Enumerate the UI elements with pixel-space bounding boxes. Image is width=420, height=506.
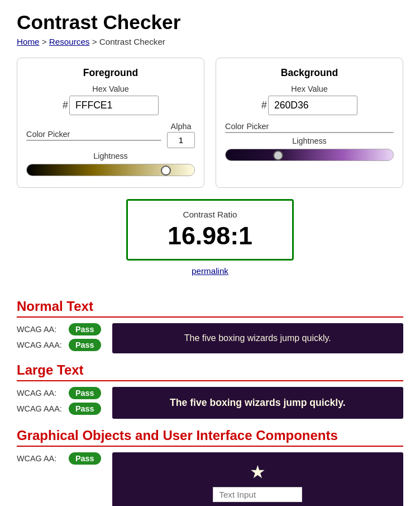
normal-wcag-aa-row: WCAG AA: Pass xyxy=(17,323,101,335)
foreground-panel: Foreground Hex Value # Color Picker Alph… xyxy=(17,58,204,188)
foreground-hash: # xyxy=(63,100,68,111)
normal-text-badges: WCAG AA: Pass WCAG AAA: Pass xyxy=(17,323,101,351)
foreground-lightness-label: Lightness xyxy=(26,152,195,160)
foreground-lightness-slider-wrap xyxy=(26,164,195,178)
contrast-box: Contrast Ratio 16.98:1 xyxy=(126,199,294,261)
foreground-alpha-input[interactable] xyxy=(167,132,195,148)
graphical-text-input[interactable] xyxy=(213,487,302,502)
graphical-wcag-aa-row: WCAG AA: Pass xyxy=(17,452,101,465)
breadcrumb-resources[interactable]: Resources xyxy=(49,37,90,46)
graphical-wcag-aa-badge: Pass xyxy=(69,452,101,465)
graphical-wcag-aa-label: WCAG AA: xyxy=(17,454,64,463)
background-lightness-label: Lightness xyxy=(225,136,394,145)
foreground-lightness-slider[interactable] xyxy=(26,164,195,176)
foreground-alpha-label: Alpha xyxy=(171,122,192,131)
graphical-wcag-row: WCAG AA: Pass ★ xyxy=(17,452,403,506)
large-text-section: Large Text WCAG AA: Pass WCAG AAA: Pass … xyxy=(17,362,403,419)
star-icon: ★ xyxy=(250,461,266,483)
normal-text-sample-text: The five boxing wizards jump quickly. xyxy=(184,333,331,343)
normal-text-heading: Normal Text xyxy=(17,299,403,318)
large-text-sample-text: The five boxing wizards jump quickly. xyxy=(170,397,345,408)
permalink-row: permalink xyxy=(192,266,228,276)
large-text-sample: The five boxing wizards jump quickly. xyxy=(112,387,403,419)
foreground-hex-input[interactable] xyxy=(69,96,159,115)
background-hex-label: Hex Value xyxy=(225,84,394,93)
contrast-section: Contrast Ratio 16.98:1 permalink xyxy=(17,199,403,287)
background-title: Background xyxy=(225,67,394,79)
background-color-swatch[interactable] xyxy=(225,132,394,133)
background-lightness-slider[interactable] xyxy=(225,149,394,161)
foreground-hex-input-row: # xyxy=(26,96,195,115)
permalink-link[interactable]: permalink xyxy=(192,266,228,276)
large-text-badges: WCAG AA: Pass WCAG AAA: Pass xyxy=(17,387,101,415)
background-hex-input-row: # xyxy=(225,96,394,115)
panels-row: Foreground Hex Value # Color Picker Alph… xyxy=(17,58,403,188)
foreground-title: Foreground xyxy=(26,67,195,79)
background-hex-input[interactable] xyxy=(268,96,357,115)
graphical-section: Graphical Objects and User Interface Com… xyxy=(17,428,403,506)
graphical-sample: ★ xyxy=(112,452,403,506)
large-wcag-aa-label: WCAG AA: xyxy=(17,389,64,398)
contrast-label: Contrast Ratio xyxy=(145,210,275,219)
large-text-wcag-rows: WCAG AA: Pass WCAG AAA: Pass The five bo… xyxy=(17,387,403,419)
normal-wcag-aa-label: WCAG AA: xyxy=(17,325,64,334)
large-wcag-aaa-label: WCAG AAA: xyxy=(17,404,64,413)
graphical-heading: Graphical Objects and User Interface Com… xyxy=(17,428,403,447)
normal-text-section: Normal Text WCAG AA: Pass WCAG AAA: Pass… xyxy=(17,299,403,353)
contrast-value: 16.98:1 xyxy=(145,221,275,250)
background-panel: Background Hex Value # Color Picker Ligh… xyxy=(216,58,403,188)
normal-text-sample: The five boxing wizards jump quickly. xyxy=(112,323,403,353)
normal-wcag-aaa-label: WCAG AAA: xyxy=(17,341,64,349)
contrast-number: 16.98 xyxy=(168,221,230,249)
large-wcag-aaa-row: WCAG AAA: Pass xyxy=(17,403,101,415)
breadcrumb-home[interactable]: Home xyxy=(17,37,40,46)
background-hash: # xyxy=(261,100,267,111)
normal-wcag-aa-badge: Pass xyxy=(69,323,101,335)
foreground-hex-label: Hex Value xyxy=(26,84,195,93)
page-title: Contrast Checker xyxy=(17,11,403,34)
graphical-badges: WCAG AA: Pass xyxy=(17,452,101,465)
background-picker-label: Color Picker xyxy=(225,122,394,131)
normal-wcag-aaa-badge: Pass xyxy=(69,339,101,351)
large-wcag-aa-row: WCAG AA: Pass xyxy=(17,387,101,399)
contrast-separator: :1 xyxy=(230,221,252,249)
breadcrumb: Home > Resources > Contrast Checker xyxy=(17,37,403,46)
foreground-picker-label: Color Picker xyxy=(26,130,161,139)
large-wcag-aa-badge: Pass xyxy=(69,387,101,399)
foreground-color-swatch[interactable] xyxy=(26,140,161,141)
normal-wcag-aaa-row: WCAG AAA: Pass xyxy=(17,339,101,351)
breadcrumb-current: Contrast Checker xyxy=(99,37,165,46)
large-text-heading: Large Text xyxy=(17,362,403,381)
background-lightness-slider-wrap xyxy=(225,149,394,163)
large-wcag-aaa-badge: Pass xyxy=(69,403,101,415)
normal-text-wcag-rows: WCAG AA: Pass WCAG AAA: Pass The five bo… xyxy=(17,323,403,353)
